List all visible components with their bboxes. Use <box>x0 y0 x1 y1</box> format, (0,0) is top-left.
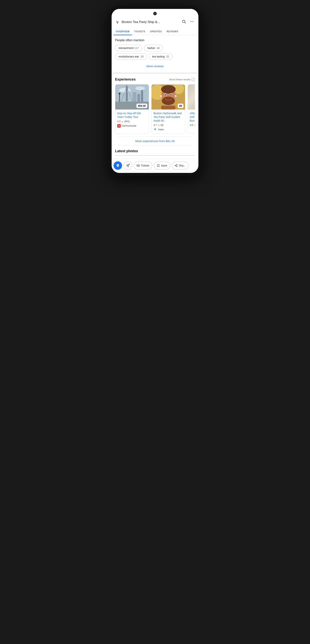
svg-point-22 <box>161 85 176 94</box>
svg-point-27 <box>170 94 172 96</box>
header: ∨ Boston Tea Party Ship &... <box>112 17 198 28</box>
bottom-nav: Tickets Save Sha... <box>112 159 198 173</box>
card-3-title[interactable]: Ultim Self Bun... <box>190 112 195 122</box>
experiences-section: Experiences About these results i <box>112 74 198 146</box>
more-reviews-button[interactable]: More reviews <box>115 62 195 70</box>
card-2-provider: Viator <box>153 128 183 131</box>
search-icon[interactable] <box>181 18 187 26</box>
tag-revolutionary-war[interactable]: revolutionary war 33 <box>115 53 147 60</box>
tab-updates[interactable]: UPDATES <box>148 28 164 35</box>
svg-point-28 <box>160 95 162 97</box>
svg-rect-13 <box>119 94 120 102</box>
people-mention-section: People often mention reenactment117 harb… <box>112 35 198 72</box>
status-bar <box>112 9 198 17</box>
svg-point-25 <box>165 94 166 96</box>
navigate-button[interactable] <box>124 161 132 170</box>
svg-point-6 <box>119 88 131 92</box>
more-experiences-button[interactable]: More experiences from $81.45 <box>115 137 195 146</box>
share-button[interactable]: Sha... <box>172 162 189 170</box>
tab-overview[interactable]: OVERVIEW <box>114 28 132 35</box>
card-2-body: Boston Harborwalk and Tea Party Self-Gui… <box>152 110 185 134</box>
svg-line-8 <box>121 86 127 102</box>
card-2-rating-value: 4.7 <box>153 124 157 126</box>
tag-count: 33 <box>140 55 144 58</box>
tab-reviews[interactable]: REVIEWS <box>164 28 181 35</box>
experience-cards-scroll[interactable]: $50.40 Hop-on Hop-off Old Town Trolley T… <box>115 84 195 136</box>
experience-card-3[interactable]: Ultim Self Bun... 3.8 ★ <box>188 84 195 134</box>
svg-point-34 <box>175 165 176 166</box>
tag-tea-tasting[interactable]: tea tasting 32 <box>149 53 172 60</box>
photos-strip <box>115 155 195 156</box>
svg-line-37 <box>176 165 176 165</box>
svg-point-4 <box>193 21 194 22</box>
experiences-header: Experiences About these results i <box>115 78 195 82</box>
directions-button[interactable] <box>114 161 122 170</box>
tag-label: reenactment <box>118 46 134 50</box>
card-1-title[interactable]: Hop-on Hop-off Old Town Trolley Tour <box>117 112 147 119</box>
svg-point-14 <box>119 93 121 95</box>
star-icon: ★ <box>194 124 195 127</box>
page-title: Boston Tea Party Ship &... <box>122 20 179 24</box>
tag-count: 117 <box>134 46 139 50</box>
card-2-reviews: (8) <box>161 124 164 126</box>
svg-point-23 <box>162 96 175 105</box>
svg-rect-16 <box>137 94 140 102</box>
card-1-provider: G GetYourGuide <box>117 124 147 128</box>
latest-photos-title: Latest photos <box>115 149 195 153</box>
svg-rect-17 <box>141 90 143 102</box>
people-mention-title: People often mention <box>115 38 195 42</box>
svg-point-7 <box>135 86 145 90</box>
card-3-rating: 3.8 ★ <box>190 124 195 127</box>
card-1-provider-name: GetYourGuide <box>122 124 136 127</box>
experience-card-1[interactable]: $50.40 Hop-on Hop-off Old Town Trolley T… <box>115 84 149 134</box>
card-2-provider-name: Viator <box>158 128 164 131</box>
tickets-button[interactable]: Tickets <box>134 162 152 170</box>
tag-count: 46 <box>156 46 160 50</box>
svg-marker-31 <box>127 164 130 167</box>
card-1-rating: 4.3 ★ (541) <box>117 120 147 123</box>
svg-line-9 <box>127 86 133 102</box>
card-2-rating: 4.7 ★ (8) <box>153 124 183 127</box>
svg-point-33 <box>176 164 177 165</box>
card-2-price: $8 <box>178 104 183 108</box>
camera-notch <box>153 12 157 15</box>
card-3-rating-value: 3.8 <box>190 124 193 126</box>
svg-point-35 <box>176 166 177 167</box>
svg-line-1 <box>185 22 186 23</box>
card-3-image <box>188 84 195 110</box>
phone-screen: ∨ Boston Tea Party Ship &... OVERVIEW TI… <box>112 9 198 173</box>
tag-label: tea tasting <box>152 55 165 58</box>
tab-tickets[interactable]: TICKETS <box>132 28 148 35</box>
card-1-image: $50.40 <box>115 84 149 110</box>
card-2-title[interactable]: Boston Harborwalk and Tea Party Self-Gui… <box>153 112 183 122</box>
getyourguide-icon: G <box>117 124 121 128</box>
save-button[interactable]: Save <box>154 162 170 170</box>
more-icon[interactable] <box>189 18 195 26</box>
chevron-button[interactable]: ∨ <box>115 19 120 25</box>
tab-bar: OVERVIEW TICKETS UPDATES REVIEWS <box>112 28 198 35</box>
tag-label: harbor <box>147 46 155 50</box>
star-icon: ★ <box>121 120 124 123</box>
tag-harbor[interactable]: harbor 46 <box>144 45 163 51</box>
svg-point-2 <box>190 21 191 22</box>
share-label: Sha... <box>179 164 186 167</box>
tickets-label: Tickets <box>141 164 149 167</box>
tag-label: revolutionary war <box>118 55 139 58</box>
latest-photos-section: Latest photos <box>112 146 198 156</box>
experience-card-2[interactable]: $8 Boston Harborwalk and Tea Party Self-… <box>151 84 185 134</box>
card-1-price: $50.40 <box>136 104 147 108</box>
card-1-reviews: (541) <box>124 120 130 123</box>
tag-reenactment[interactable]: reenactment117 <box>115 45 142 51</box>
about-results-button[interactable]: About these results i <box>169 78 195 81</box>
card-3-body: Ultim Self Bun... 3.8 ★ <box>188 110 195 130</box>
svg-rect-30 <box>161 106 175 110</box>
card-1-body: Hop-on Hop-off Old Town Trolley Tour 4.3… <box>115 110 149 130</box>
card-1-rating-value: 4.3 <box>117 120 121 123</box>
divider-1 <box>112 72 198 74</box>
info-icon: i <box>191 78 195 81</box>
experiences-title: Experiences <box>115 78 136 82</box>
phone-frame: ∨ Boston Tea Party Ship &... OVERVIEW TI… <box>109 6 201 176</box>
svg-point-3 <box>192 21 192 22</box>
star-icon: ★ <box>158 124 160 127</box>
viator-icon <box>153 128 157 131</box>
